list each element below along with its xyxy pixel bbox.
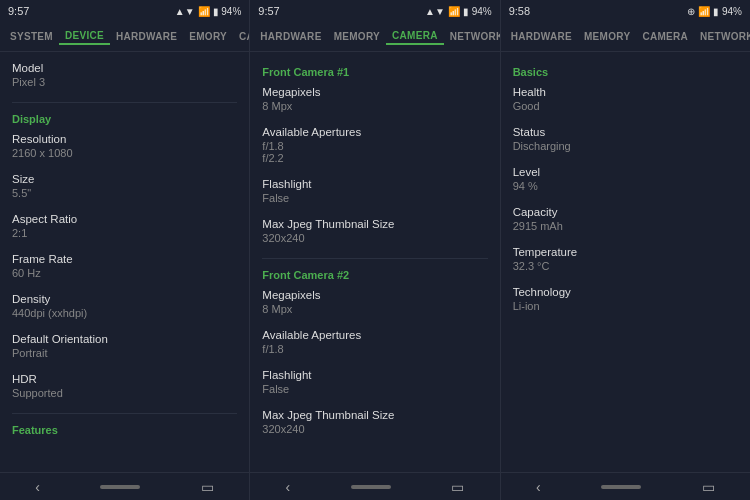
temperature-value: 32.3 °C bbox=[513, 260, 738, 272]
nav-memory[interactable]: eMory bbox=[183, 29, 233, 44]
features-section: Features bbox=[12, 424, 237, 436]
resolution-item: Resolution 2160 x 1080 bbox=[12, 133, 237, 159]
temperature-label: Temperature bbox=[513, 246, 738, 258]
nav-hardware[interactable]: HARDWARE bbox=[110, 29, 183, 44]
cam1-thumbnail-label: Max Jpeg Thumbnail Size bbox=[262, 218, 487, 230]
nav-camera-3[interactable]: CAMERA bbox=[636, 29, 694, 44]
signal-icon-2: ▲▼ bbox=[425, 6, 445, 17]
nav-bar-battery: HARDWARE MEMORY CAMERA NETWORK BATTERY bbox=[501, 22, 750, 52]
cam2-thumbnail-value: 320x240 bbox=[262, 423, 487, 435]
size-value: 5.5" bbox=[12, 187, 237, 199]
nav-network-2[interactable]: NETWORK bbox=[444, 29, 501, 44]
orientation-label: Default Orientation bbox=[12, 333, 237, 345]
density-value: 440dpi (xxhdpi) bbox=[12, 307, 237, 319]
nav-system[interactable]: SYSTEM bbox=[4, 29, 59, 44]
cam1-apertures-value: f/1.8f/2.2 bbox=[262, 140, 487, 164]
temperature-item: Temperature 32.3 °C bbox=[513, 246, 738, 272]
wifi-icon: 📶 bbox=[198, 6, 210, 17]
resolution-value: 2160 x 1080 bbox=[12, 147, 237, 159]
wifi-icon-2: 📶 bbox=[448, 6, 460, 17]
home-button-1[interactable] bbox=[100, 485, 140, 489]
density-item: Density 440dpi (xxhdpi) bbox=[12, 293, 237, 319]
nav-hardware-3[interactable]: HARDWARE bbox=[505, 29, 578, 44]
nav-memory-2[interactable]: MEMORY bbox=[328, 29, 386, 44]
cam1-megapixels-label: Megapixels bbox=[262, 86, 487, 98]
nav-network-3[interactable]: NETWORK bbox=[694, 29, 750, 44]
nav-hardware-2[interactable]: HARDWARE bbox=[254, 29, 327, 44]
status-label: Status bbox=[513, 126, 738, 138]
cam1-flashlight-label: Flashlight bbox=[262, 178, 487, 190]
level-item: Level 94 % bbox=[513, 166, 738, 192]
model-label: Model bbox=[12, 62, 237, 74]
cam2-megapixels-item: Megapixels 8 Mpx bbox=[262, 289, 487, 315]
status-bar-1: 9:57 ▲▼ 📶 ▮ 94% bbox=[0, 0, 250, 22]
nav-device[interactable]: DEVICE bbox=[59, 28, 110, 45]
cam1-thumbnail-value: 320x240 bbox=[262, 232, 487, 244]
cam2-megapixels-value: 8 Mpx bbox=[262, 303, 487, 315]
health-label: Health bbox=[513, 86, 738, 98]
front-cam2-section: Front Camera #2 bbox=[262, 269, 487, 281]
nav-bars: SYSTEM DEVICE HARDWARE eMory CAMERA HARD… bbox=[0, 22, 750, 52]
nav-bar-device: SYSTEM DEVICE HARDWARE eMory CAMERA bbox=[0, 22, 250, 52]
battery-2: ▮ 94% bbox=[463, 6, 492, 17]
home-button-3[interactable] bbox=[601, 485, 641, 489]
bottom-bar-1: ‹ ▭ bbox=[0, 473, 250, 500]
technology-item: Technology Li-ion bbox=[513, 286, 738, 312]
display-section: Display bbox=[12, 113, 237, 125]
status-bar-2: 9:57 ▲▼ 📶 ▮ 94% bbox=[250, 0, 500, 22]
recents-button-3[interactable]: ▭ bbox=[692, 475, 725, 499]
cam2-thumbnail-item: Max Jpeg Thumbnail Size 320x240 bbox=[262, 409, 487, 435]
cam1-flashlight-item: Flashlight False bbox=[262, 178, 487, 204]
level-value: 94 % bbox=[513, 180, 738, 192]
aspect-item: Aspect Ratio 2:1 bbox=[12, 213, 237, 239]
back-button-3[interactable]: ‹ bbox=[526, 475, 551, 499]
framerate-value: 60 Hz bbox=[12, 267, 237, 279]
status-item: Status Discharging bbox=[513, 126, 738, 152]
back-button-1[interactable]: ‹ bbox=[25, 475, 50, 499]
nav-bar-camera: HARDWARE MEMORY CAMERA NETWORK BATTERY bbox=[250, 22, 500, 52]
status-bar-3: 9:58 ⊕ 📶 ▮ 94% bbox=[501, 0, 750, 22]
recents-button-2[interactable]: ▭ bbox=[441, 475, 474, 499]
bottom-bar-3: ‹ ▭ bbox=[501, 473, 750, 500]
hdr-value: Supported bbox=[12, 387, 237, 399]
time-2: 9:57 bbox=[258, 5, 279, 17]
hdr-label: HDR bbox=[12, 373, 237, 385]
health-value: Good bbox=[513, 100, 738, 112]
nav-memory-3[interactable]: MEMORY bbox=[578, 29, 636, 44]
back-button-2[interactable]: ‹ bbox=[276, 475, 301, 499]
battery-3: ▮ 94% bbox=[713, 6, 742, 17]
orientation-value: Portrait bbox=[12, 347, 237, 359]
model-value: Pixel 3 bbox=[12, 76, 237, 88]
signal-icon: ▲▼ bbox=[175, 6, 195, 17]
cam2-flashlight-item: Flashlight False bbox=[262, 369, 487, 395]
capacity-value: 2915 mAh bbox=[513, 220, 738, 232]
nav-camera-2[interactable]: CAMERA bbox=[386, 28, 444, 45]
cam1-thumbnail-item: Max Jpeg Thumbnail Size 320x240 bbox=[262, 218, 487, 244]
status-value: Discharging bbox=[513, 140, 738, 152]
density-label: Density bbox=[12, 293, 237, 305]
recents-button-1[interactable]: ▭ bbox=[191, 475, 224, 499]
model-item: Model Pixel 3 bbox=[12, 62, 237, 88]
capacity-item: Capacity 2915 mAh bbox=[513, 206, 738, 232]
size-label: Size bbox=[12, 173, 237, 185]
battery-1: ▮ 94% bbox=[213, 6, 242, 17]
orientation-item: Default Orientation Portrait bbox=[12, 333, 237, 359]
technology-value: Li-ion bbox=[513, 300, 738, 312]
nav-camera[interactable]: CAMERA bbox=[233, 29, 250, 44]
front-cam1-section: Front Camera #1 bbox=[262, 66, 487, 78]
capacity-label: Capacity bbox=[513, 206, 738, 218]
aspect-value: 2:1 bbox=[12, 227, 237, 239]
cam2-apertures-label: Available Apertures bbox=[262, 329, 487, 341]
level-label: Level bbox=[513, 166, 738, 178]
cam1-megapixels-value: 8 Mpx bbox=[262, 100, 487, 112]
icons-3: ⊕ 📶 ▮ 94% bbox=[687, 6, 742, 17]
camera-panel: Front Camera #1 Megapixels 8 Mpx Availab… bbox=[250, 52, 500, 472]
icons-1: ▲▼ 📶 ▮ 94% bbox=[175, 6, 242, 17]
cam1-flashlight-value: False bbox=[262, 192, 487, 204]
content-area: Model Pixel 3 Display Resolution 2160 x … bbox=[0, 52, 750, 472]
size-item: Size 5.5" bbox=[12, 173, 237, 199]
hdr-item: HDR Supported bbox=[12, 373, 237, 399]
cam1-apertures-item: Available Apertures f/1.8f/2.2 bbox=[262, 126, 487, 164]
framerate-label: Frame Rate bbox=[12, 253, 237, 265]
home-button-2[interactable] bbox=[351, 485, 391, 489]
